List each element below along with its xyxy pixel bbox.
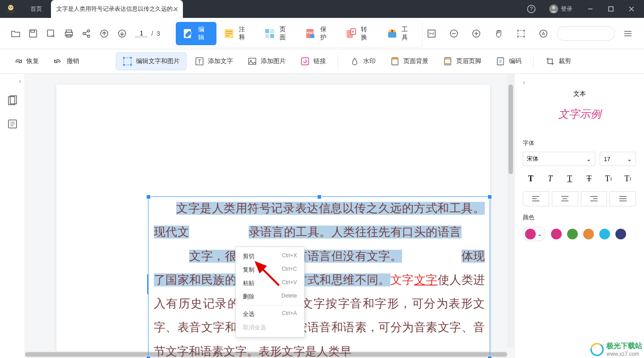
prev-page-icon[interactable]: [95, 25, 113, 43]
chevron-down-icon: ⌄: [627, 156, 632, 162]
header-footer-button[interactable]: 页眉页脚: [436, 53, 487, 70]
edit-text-image-button[interactable]: 编辑文字和图片: [116, 52, 186, 70]
outline-icon[interactable]: [5, 117, 20, 131]
share-icon[interactable]: [78, 25, 96, 43]
print-icon[interactable]: [60, 25, 78, 43]
superscript-button[interactable]: T1: [601, 170, 617, 187]
redo-label: 恢复: [26, 57, 39, 65]
undo-button[interactable]: 撤销: [47, 53, 85, 70]
svg-rect-13: [31, 30, 34, 32]
convert-icon: X: [345, 27, 358, 40]
ctx-delete[interactable]: 删除Delete: [236, 290, 304, 303]
crop-button[interactable]: 裁剪: [539, 53, 577, 70]
color-swatch-green[interactable]: [567, 229, 578, 239]
right-panel-collapse-icon[interactable]: ›: [523, 79, 525, 86]
svg-rect-14: [47, 30, 54, 36]
ctx-paste[interactable]: 粘贴Ctrl+V: [236, 277, 304, 290]
hand-icon[interactable]: [490, 25, 508, 43]
watermark-icon: [350, 56, 360, 66]
vertical-scrollbar[interactable]: [507, 74, 514, 347]
login-button[interactable]: 登录: [544, 4, 578, 13]
menu-icon[interactable]: [619, 25, 637, 43]
document-canvas[interactable]: x7 文字是人类用符号记录表达信息以传之久远的方式和工具。现代文字大多是记录语言…: [25, 74, 514, 358]
divider: [338, 55, 338, 68]
left-rail-collapse-icon[interactable]: ›: [19, 77, 21, 85]
strikethrough-button[interactable]: T: [581, 170, 597, 187]
zoom-in-icon[interactable]: [467, 25, 485, 43]
watermark-button[interactable]: 水印: [343, 53, 382, 70]
right-panel: › 文本 文字示例 字体 宋体⌄ 17⌄ T T T T T1 T1 颜色 ⌄: [514, 74, 644, 358]
home-tab[interactable]: 首页: [21, 0, 51, 18]
font-size-select[interactable]: 17⌄: [600, 152, 636, 166]
ribbon-tab-annotate[interactable]: 注释: [216, 22, 257, 45]
maximize-button[interactable]: [603, 1, 619, 17]
thumbnails-icon[interactable]: [5, 94, 20, 108]
svg-rect-31: [270, 29, 274, 33]
page-sep: /: [151, 30, 153, 37]
svg-text:T: T: [198, 58, 201, 65]
align-left-button[interactable]: [523, 191, 549, 206]
bold-button[interactable]: T: [523, 170, 539, 187]
add-image-button[interactable]: 添加图片: [241, 53, 292, 70]
app-icon: [4, 3, 17, 15]
svg-point-52: [517, 36, 519, 37]
align-center-button[interactable]: [552, 191, 578, 206]
font-family-select[interactable]: 宋体⌄: [523, 152, 595, 166]
save-icon[interactable]: [25, 25, 42, 43]
next-page-icon[interactable]: [113, 25, 131, 43]
subscript-button[interactable]: T1: [620, 170, 636, 187]
ctx-select-all[interactable]: 全选Ctrl+A: [236, 307, 304, 321]
align-right-button[interactable]: [581, 191, 607, 206]
ribbon-tab-convert[interactable]: X 转换: [339, 22, 380, 45]
italic-button[interactable]: T: [542, 170, 559, 187]
color-swatch-pink[interactable]: [551, 229, 562, 239]
ctx-cut[interactable]: 剪切Ctrl+X: [236, 250, 304, 263]
protect-icon: PDF: [305, 27, 317, 40]
header-footer-label: 页眉页脚: [456, 57, 481, 65]
close-button[interactable]: [623, 1, 640, 17]
svg-text:?: ?: [530, 6, 533, 12]
svg-rect-9: [609, 7, 613, 11]
svg-rect-36: [310, 34, 314, 38]
ctx-copy[interactable]: 复制Ctrl+C: [236, 263, 304, 277]
svg-text:X: X: [352, 30, 355, 34]
minimize-button[interactable]: [582, 1, 598, 17]
document-tab[interactable]: 文字是人类用符号记录表达信息以传之久远的... ✕: [51, 0, 183, 18]
color-swatch-navy[interactable]: [615, 229, 626, 239]
read-mode-icon[interactable]: A: [534, 25, 552, 43]
text-block[interactable]: 文字是人类用符号记录表达信息以传之久远的方式和工具。现代文字大多是记录语言的工具…: [154, 196, 485, 358]
ribbon-tab-protect[interactable]: PDF 保护: [298, 22, 339, 45]
link-button[interactable]: 链接: [294, 53, 332, 70]
color-picker-button[interactable]: ⌄: [523, 227, 546, 241]
ribbon-tab-page[interactable]: 页面: [257, 22, 298, 45]
add-text-button[interactable]: T 添加文字: [188, 53, 239, 70]
svg-text:A: A: [542, 31, 545, 36]
red-link[interactable]: 文字: [414, 273, 438, 286]
align-justify-button[interactable]: [610, 191, 636, 206]
help-icon[interactable]: ?: [523, 1, 539, 17]
underline-button[interactable]: T: [562, 170, 578, 187]
page-input[interactable]: [135, 30, 148, 37]
open-icon[interactable]: [7, 25, 25, 43]
zoom-out-icon[interactable]: [445, 25, 463, 43]
svg-point-63: [123, 57, 125, 59]
redo-button[interactable]: 恢复: [7, 53, 45, 70]
close-tab-icon[interactable]: ✕: [173, 5, 178, 13]
coding-button[interactable]: # 编码: [489, 53, 528, 70]
main-toolbar: / 3 编辑 注释 页面 PDF 保护 X 转换 工具: [0, 18, 644, 49]
background-button[interactable]: 页面背景: [384, 53, 435, 70]
color-swatch-orange[interactable]: [583, 229, 594, 239]
svg-line-21: [85, 31, 88, 33]
fit-width-icon[interactable]: [423, 25, 441, 43]
svg-rect-32: [265, 34, 269, 38]
svg-rect-69: [249, 58, 256, 64]
color-swatch-cyan[interactable]: [599, 229, 610, 239]
ribbon-tab-tools[interactable]: 工具: [380, 22, 420, 45]
ribbon-tab-edit[interactable]: 编辑: [176, 22, 216, 45]
page-total: 3: [157, 30, 160, 37]
save-as-icon[interactable]: [42, 25, 60, 43]
search-input[interactable]: [557, 26, 615, 41]
svg-rect-41: [391, 30, 393, 32]
select-icon[interactable]: [512, 25, 530, 43]
chevron-down-icon: ⌄: [586, 156, 591, 162]
